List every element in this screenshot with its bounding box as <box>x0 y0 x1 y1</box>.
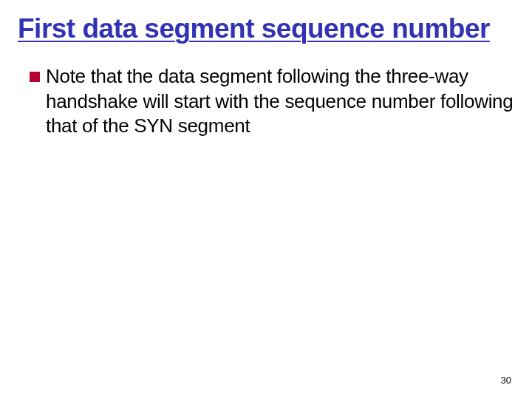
slide-title: First data segment sequence number <box>18 13 514 44</box>
slide: First data segment sequence number Note … <box>0 0 532 399</box>
bullet-square-icon <box>30 72 40 82</box>
bullet-text: Note that the data segment following the… <box>46 64 514 138</box>
page-number: 30 <box>501 375 511 386</box>
slide-body: Note that the data segment following the… <box>18 64 514 138</box>
bullet-item: Note that the data segment following the… <box>30 64 514 138</box>
